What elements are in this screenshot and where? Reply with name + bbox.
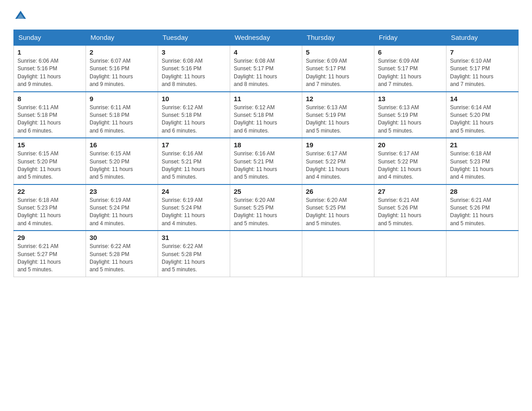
day-info: Sunrise: 6:09 AMSunset: 5:17 PMDaylight:… — [378, 58, 421, 87]
calendar-cell: 17 Sunrise: 6:16 AMSunset: 5:21 PMDaylig… — [158, 138, 230, 184]
day-info: Sunrise: 6:10 AMSunset: 5:17 PMDaylight:… — [450, 58, 493, 87]
calendar-cell: 21 Sunrise: 6:18 AMSunset: 5:23 PMDaylig… — [446, 138, 519, 184]
day-number: 19 — [306, 141, 370, 149]
day-number: 4 — [234, 48, 298, 56]
column-header-wednesday: Wednesday — [230, 30, 302, 46]
day-number: 5 — [306, 48, 370, 56]
calendar-week-row: 15 Sunrise: 6:15 AMSunset: 5:20 PMDaylig… — [14, 138, 519, 184]
day-info: Sunrise: 6:09 AMSunset: 5:17 PMDaylight:… — [306, 58, 349, 87]
day-info: Sunrise: 6:17 AMSunset: 5:22 PMDaylight:… — [306, 150, 349, 180]
calendar-cell — [302, 231, 374, 277]
day-number: 22 — [17, 188, 82, 195]
calendar-cell: 13 Sunrise: 6:13 AMSunset: 5:19 PMDaylig… — [374, 92, 446, 138]
column-header-thursday: Thursday — [302, 30, 374, 46]
column-header-sunday: Sunday — [14, 30, 86, 46]
column-header-friday: Friday — [374, 30, 446, 46]
calendar-cell: 16 Sunrise: 6:15 AMSunset: 5:20 PMDaylig… — [86, 138, 158, 184]
column-header-tuesday: Tuesday — [158, 30, 230, 46]
calendar-cell: 29 Sunrise: 6:21 AMSunset: 5:27 PMDaylig… — [14, 231, 86, 277]
day-info: Sunrise: 6:13 AMSunset: 5:19 PMDaylight:… — [306, 104, 349, 134]
day-info: Sunrise: 6:20 AMSunset: 5:25 PMDaylight:… — [234, 197, 277, 227]
day-number: 16 — [90, 141, 154, 149]
day-info: Sunrise: 6:16 AMSunset: 5:21 PMDaylight:… — [162, 150, 205, 180]
column-header-monday: Monday — [86, 30, 158, 46]
calendar-week-row: 22 Sunrise: 6:18 AMSunset: 5:23 PMDaylig… — [14, 184, 519, 231]
calendar-cell: 15 Sunrise: 6:15 AMSunset: 5:20 PMDaylig… — [14, 138, 86, 184]
day-number: 6 — [378, 48, 442, 56]
day-number: 14 — [450, 95, 515, 103]
day-info: Sunrise: 6:22 AMSunset: 5:28 PMDaylight:… — [90, 243, 133, 273]
day-info: Sunrise: 6:06 AMSunset: 5:16 PMDaylight:… — [17, 58, 61, 87]
logo-icon — [14, 9, 27, 21]
day-number: 8 — [17, 95, 82, 103]
calendar-cell: 4 Sunrise: 6:08 AMSunset: 5:17 PMDayligh… — [230, 45, 302, 92]
day-number: 1 — [17, 48, 82, 56]
calendar-cell — [374, 231, 446, 277]
calendar-header-row: SundayMondayTuesdayWednesdayThursdayFrid… — [14, 30, 519, 46]
calendar-cell: 11 Sunrise: 6:12 AMSunset: 5:18 PMDaylig… — [230, 92, 302, 138]
day-number: 13 — [378, 95, 442, 103]
calendar-cell: 3 Sunrise: 6:08 AMSunset: 5:16 PMDayligh… — [158, 45, 230, 92]
day-number: 25 — [234, 188, 298, 195]
day-info: Sunrise: 6:13 AMSunset: 5:19 PMDaylight:… — [378, 104, 421, 134]
day-info: Sunrise: 6:11 AMSunset: 5:18 PMDaylight:… — [90, 104, 133, 134]
day-info: Sunrise: 6:14 AMSunset: 5:20 PMDaylight:… — [450, 104, 493, 134]
day-info: Sunrise: 6:08 AMSunset: 5:17 PMDaylight:… — [234, 58, 277, 87]
day-number: 12 — [306, 95, 370, 103]
day-number: 21 — [450, 141, 515, 149]
day-number: 2 — [90, 48, 154, 56]
logo — [13, 9, 27, 21]
calendar-cell: 19 Sunrise: 6:17 AMSunset: 5:22 PMDaylig… — [302, 138, 374, 184]
day-number: 20 — [378, 141, 442, 149]
calendar-cell: 2 Sunrise: 6:07 AMSunset: 5:16 PMDayligh… — [86, 45, 158, 92]
day-number: 3 — [162, 48, 226, 56]
day-number: 17 — [162, 141, 226, 149]
day-info: Sunrise: 6:08 AMSunset: 5:16 PMDaylight:… — [162, 58, 205, 87]
calendar-cell: 10 Sunrise: 6:12 AMSunset: 5:18 PMDaylig… — [158, 92, 230, 138]
calendar-cell: 25 Sunrise: 6:20 AMSunset: 5:25 PMDaylig… — [230, 184, 302, 231]
day-info: Sunrise: 6:21 AMSunset: 5:27 PMDaylight:… — [17, 243, 61, 273]
day-info: Sunrise: 6:19 AMSunset: 5:24 PMDaylight:… — [90, 197, 133, 227]
day-info: Sunrise: 6:12 AMSunset: 5:18 PMDaylight:… — [162, 104, 205, 134]
day-number: 10 — [162, 95, 226, 103]
day-number: 29 — [17, 234, 82, 241]
day-info: Sunrise: 6:20 AMSunset: 5:25 PMDaylight:… — [306, 197, 349, 227]
calendar-week-row: 1 Sunrise: 6:06 AMSunset: 5:16 PMDayligh… — [14, 45, 519, 92]
calendar-cell: 31 Sunrise: 6:22 AMSunset: 5:28 PMDaylig… — [158, 231, 230, 277]
page-header — [13, 9, 519, 21]
day-info: Sunrise: 6:12 AMSunset: 5:18 PMDaylight:… — [234, 104, 277, 134]
day-info: Sunrise: 6:21 AMSunset: 5:26 PMDaylight:… — [378, 197, 421, 227]
calendar-table: SundayMondayTuesdayWednesdayThursdayFrid… — [13, 30, 519, 277]
calendar-cell: 27 Sunrise: 6:21 AMSunset: 5:26 PMDaylig… — [374, 184, 446, 231]
calendar-cell: 5 Sunrise: 6:09 AMSunset: 5:17 PMDayligh… — [302, 45, 374, 92]
calendar-cell: 7 Sunrise: 6:10 AMSunset: 5:17 PMDayligh… — [446, 45, 519, 92]
day-info: Sunrise: 6:17 AMSunset: 5:22 PMDaylight:… — [378, 150, 421, 180]
day-number: 27 — [378, 188, 442, 195]
day-info: Sunrise: 6:18 AMSunset: 5:23 PMDaylight:… — [450, 150, 493, 180]
day-info: Sunrise: 6:11 AMSunset: 5:18 PMDaylight:… — [17, 104, 61, 134]
calendar-week-row: 8 Sunrise: 6:11 AMSunset: 5:18 PMDayligh… — [14, 92, 519, 138]
calendar-cell: 22 Sunrise: 6:18 AMSunset: 5:23 PMDaylig… — [14, 184, 86, 231]
day-number: 9 — [90, 95, 154, 103]
day-info: Sunrise: 6:16 AMSunset: 5:21 PMDaylight:… — [234, 150, 277, 180]
calendar-cell: 20 Sunrise: 6:17 AMSunset: 5:22 PMDaylig… — [374, 138, 446, 184]
day-number: 23 — [90, 188, 154, 195]
calendar-cell: 14 Sunrise: 6:14 AMSunset: 5:20 PMDaylig… — [446, 92, 519, 138]
calendar-cell: 30 Sunrise: 6:22 AMSunset: 5:28 PMDaylig… — [86, 231, 158, 277]
calendar-cell: 23 Sunrise: 6:19 AMSunset: 5:24 PMDaylig… — [86, 184, 158, 231]
day-info: Sunrise: 6:15 AMSunset: 5:20 PMDaylight:… — [90, 150, 133, 180]
calendar-cell — [230, 231, 302, 277]
day-number: 7 — [450, 48, 515, 56]
calendar-cell: 8 Sunrise: 6:11 AMSunset: 5:18 PMDayligh… — [14, 92, 86, 138]
day-number: 28 — [450, 188, 515, 195]
day-info: Sunrise: 6:07 AMSunset: 5:16 PMDaylight:… — [90, 58, 133, 87]
day-number: 30 — [90, 234, 154, 241]
day-info: Sunrise: 6:19 AMSunset: 5:24 PMDaylight:… — [162, 197, 205, 227]
calendar-cell: 6 Sunrise: 6:09 AMSunset: 5:17 PMDayligh… — [374, 45, 446, 92]
day-number: 15 — [17, 141, 82, 149]
calendar-cell: 1 Sunrise: 6:06 AMSunset: 5:16 PMDayligh… — [14, 45, 86, 92]
calendar-cell: 24 Sunrise: 6:19 AMSunset: 5:24 PMDaylig… — [158, 184, 230, 231]
day-info: Sunrise: 6:21 AMSunset: 5:26 PMDaylight:… — [450, 197, 493, 227]
day-number: 31 — [162, 234, 226, 241]
calendar-week-row: 29 Sunrise: 6:21 AMSunset: 5:27 PMDaylig… — [14, 231, 519, 277]
